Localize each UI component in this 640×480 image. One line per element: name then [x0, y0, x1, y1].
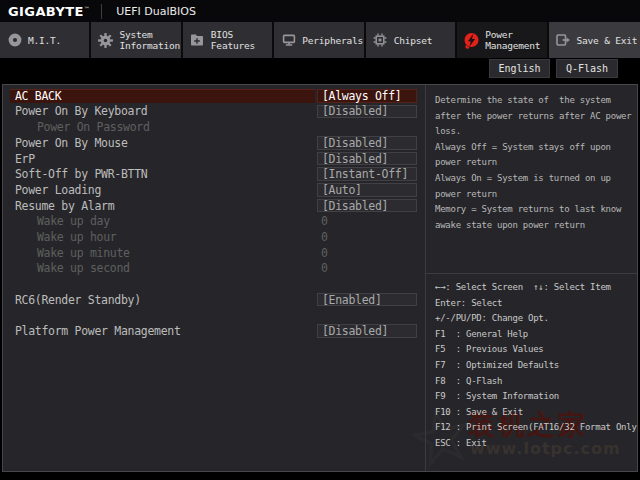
bios-screen: { "window": { "brand": "GIGABYTE", "bran… [0, 0, 640, 480]
setting-label: Wake up second [37, 261, 130, 275]
tab-label: BIOS Features [211, 29, 255, 51]
tab-label: Power Management [485, 29, 540, 51]
firmware-title: UEFI DualBIOS [116, 5, 196, 18]
setting-label-band: Power Loading [10, 183, 315, 197]
help-line: Always On = System is turned on up [435, 171, 633, 187]
setting-value[interactable]: [Disabled] [317, 199, 417, 213]
setting-value[interactable]: [Disabled] [317, 324, 417, 338]
power-management-icon [463, 32, 480, 49]
setting-label-band: Power On Password [10, 120, 315, 134]
setting-row-wake-up-second: Wake up second0 [3, 261, 425, 277]
setting-value[interactable]: [Auto] [317, 183, 417, 197]
setting-value: 0 [321, 262, 328, 276]
save-exit-icon [555, 32, 572, 49]
setting-label: Power On By Mouse [15, 136, 128, 150]
setting-row-power-loading[interactable]: Power Loading[Auto] [3, 182, 425, 198]
setting-value[interactable]: [Always Off] [317, 89, 417, 103]
bios-features-icon [189, 32, 206, 49]
help-line: after the power returns after AC power [435, 109, 633, 125]
title-bar: GIGABYTE™ UEFI DualBIOS [0, 0, 640, 22]
setting-row-power-on-by-keyboard[interactable]: Power On By Keyboard[Disabled] [3, 104, 425, 120]
setting-value[interactable]: [Disabled] [317, 152, 417, 166]
setting-row-platform-power-management[interactable]: Platform Power Management[Disabled] [3, 323, 425, 339]
info-panel: Determine the state of the systemafter t… [425, 85, 637, 471]
tab-bios-features[interactable]: BIOS Features [183, 22, 274, 58]
setting-label-band: ErP [10, 152, 315, 166]
setting-row-rc6-render-standby[interactable]: RC6(Render Standby)[Enabled] [3, 292, 425, 308]
setting-label-band: Power On By Keyboard [10, 105, 315, 119]
setting-row-resume-by-alarm[interactable]: Resume by Alarm[Disabled] [3, 198, 425, 214]
main-panel: 装机之家 www.lotpc.com AC BACK[Always Off]Po… [2, 84, 638, 472]
qflash-button[interactable]: Q-Flash [556, 59, 618, 78]
help-line: Always Off = System stays off upon [435, 140, 633, 156]
setting-row-power-on-by-mouse[interactable]: Power On By Mouse[Disabled] [3, 135, 425, 151]
tab-power-management[interactable]: Power Management [457, 22, 548, 58]
help-line: power return [435, 187, 633, 203]
setting-label-band: Wake up day [10, 215, 315, 229]
setting-value[interactable]: [Disabled] [317, 105, 417, 119]
setting-label-band: Power On By Mouse [10, 136, 315, 150]
settings-spacer [3, 276, 425, 292]
setting-label: ErP [15, 152, 35, 166]
key-legend-line: F7 : Optimized Defaults [435, 358, 633, 374]
tab-peripherals[interactable]: Peripherals [274, 22, 365, 58]
setting-label: Wake up minute [37, 246, 130, 260]
key-legend: ←→: Select Screen ↑↓: Select ItemEnter: … [426, 273, 637, 471]
setting-value[interactable]: [Instant-Off] [317, 167, 417, 181]
key-legend-line: F10 : Save & Exit [435, 405, 633, 421]
setting-label-band: Soft-Off by PWR-BTTN [10, 167, 315, 181]
help-line: Determine the state of the system [435, 93, 633, 109]
setting-label: Resume by Alarm [15, 199, 114, 213]
chipset-icon [372, 32, 389, 49]
tab-chipset[interactable]: Chipset [366, 22, 457, 58]
item-help-text: Determine the state of the systemafter t… [426, 85, 637, 273]
setting-label-band: Wake up minute [10, 246, 315, 260]
setting-label: Soft-Off by PWR-BTTN [15, 167, 147, 181]
setting-label: AC BACK [15, 89, 61, 103]
system-information-icon [97, 32, 114, 49]
setting-label-band: Wake up second [10, 262, 315, 276]
help-line: awake state upon power return [435, 218, 633, 234]
setting-value: 0 [321, 246, 328, 260]
key-legend-line: +/-/PU/PD: Change Opt. [435, 311, 633, 327]
help-line: power return [435, 155, 633, 171]
setting-row-power-on-password: Power On Password [3, 119, 425, 135]
setting-value: 0 [321, 230, 328, 244]
tab-m-i-t[interactable]: M.I.T. [0, 22, 91, 58]
tab-label: Chipset [394, 35, 433, 46]
setting-value[interactable]: [Disabled] [317, 136, 417, 150]
setting-label-band: Platform Power Management [10, 324, 315, 338]
settings-spacer [3, 308, 425, 324]
setting-label: Wake up day [37, 214, 110, 228]
setting-label-band: Resume by Alarm [10, 199, 315, 213]
key-legend-line: ←→: Select Screen ↑↓: Select Item [435, 280, 633, 296]
setting-label: Platform Power Management [15, 324, 181, 338]
setting-label-band: RC6(Render Standby) [10, 293, 315, 307]
settings-panel: AC BACK[Always Off]Power On By Keyboard[… [3, 85, 425, 471]
setting-label: RC6(Render Standby) [15, 293, 141, 307]
setting-row-ac-back[interactable]: AC BACK[Always Off] [3, 88, 425, 104]
key-legend-line: F12 : Print Screen(FAT16/32 Format Only) [435, 420, 633, 436]
setting-label: Power On Password [37, 120, 150, 134]
mit-icon [6, 32, 23, 49]
tab-label: M.I.T. [28, 35, 61, 46]
setting-row-wake-up-hour: Wake up hour0 [3, 229, 425, 245]
setting-label: Power Loading [15, 183, 101, 197]
key-legend-line: ESC : Exit [435, 436, 633, 452]
setting-label-band: AC BACK [10, 89, 315, 103]
key-legend-line: F8 : Q-Flash [435, 374, 633, 390]
setting-row-wake-up-day: Wake up day0 [3, 214, 425, 230]
tab-label: Peripherals [302, 35, 363, 46]
setting-row-erp[interactable]: ErP[Disabled] [3, 151, 425, 167]
help-line: loss. [435, 124, 633, 140]
peripherals-icon [280, 32, 297, 49]
tab-system-information[interactable]: System Information [91, 22, 182, 58]
settings-list: AC BACK[Always Off]Power On By Keyboard[… [3, 85, 425, 339]
setting-row-soft-off-by-pwr-bttn[interactable]: Soft-Off by PWR-BTTN[Instant-Off] [3, 166, 425, 182]
key-legend-line: Enter: Select [435, 296, 633, 312]
setting-label-band: Wake up hour [10, 230, 315, 244]
tab-save-exit[interactable]: Save & Exit [549, 22, 640, 58]
tab-label: Save & Exit [577, 35, 638, 46]
english-button[interactable]: English [489, 59, 550, 78]
setting-value[interactable]: [Enabled] [317, 293, 417, 307]
